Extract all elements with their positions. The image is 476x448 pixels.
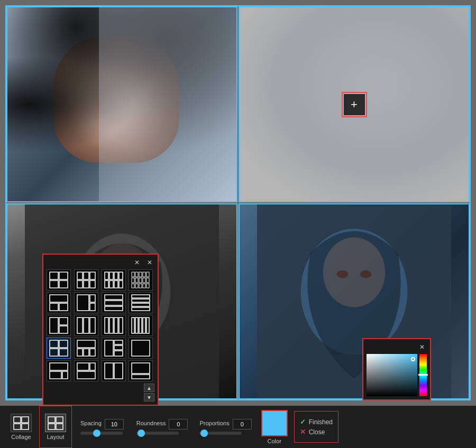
svg-rect-95 xyxy=(22,424,29,430)
layout-item-4x2[interactable] xyxy=(102,269,126,291)
svg-rect-33 xyxy=(139,278,142,283)
svg-rect-82 xyxy=(50,363,68,370)
spacing-label: Spacing xyxy=(80,420,102,426)
svg-rect-10 xyxy=(50,281,58,288)
bottom-toolbar: Collage Layout Spacing 10 Roundness 0 xyxy=(0,406,476,448)
layout-item-h1[interactable] xyxy=(47,292,71,313)
svg-rect-94 xyxy=(14,424,21,430)
layout-item-2x2-selected[interactable] xyxy=(47,338,71,359)
roundness-label: Roundness xyxy=(136,420,166,426)
proportions-value[interactable]: 0 xyxy=(233,419,252,430)
svg-rect-98 xyxy=(48,424,55,430)
layout-item-h2[interactable] xyxy=(74,292,98,313)
layout-item-v1[interactable] xyxy=(47,315,71,336)
layout-item-v4[interactable] xyxy=(129,315,153,336)
svg-rect-59 xyxy=(90,318,95,333)
layout-item-5x3[interactable] xyxy=(129,269,153,291)
svg-rect-89 xyxy=(114,363,123,379)
collage-button[interactable] xyxy=(11,414,32,432)
pin-button[interactable]: ✕ xyxy=(132,258,142,267)
spacing-control: Spacing 10 xyxy=(74,406,130,448)
layout-button[interactable] xyxy=(45,414,66,432)
cell-1[interactable] xyxy=(6,6,237,202)
finished-label: Finished xyxy=(309,418,333,426)
layout-item-mix3[interactable] xyxy=(129,338,153,359)
svg-rect-9 xyxy=(59,272,68,279)
add-photo-button[interactable]: + xyxy=(344,94,365,115)
cell-2[interactable]: + xyxy=(239,6,470,202)
proportions-slider-thumb[interactable] xyxy=(200,430,208,437)
svg-rect-47 xyxy=(105,295,123,300)
svg-rect-36 xyxy=(132,284,134,288)
svg-rect-61 xyxy=(109,318,113,333)
layout-item-r1[interactable] xyxy=(47,360,71,381)
spacing-value[interactable]: 10 xyxy=(105,419,124,430)
roundness-label-row: Roundness 0 xyxy=(136,419,188,430)
svg-rect-55 xyxy=(59,318,68,325)
color-gradient-picker[interactable] xyxy=(367,354,417,396)
svg-rect-97 xyxy=(56,417,63,423)
close-label: Close xyxy=(309,428,325,436)
spacing-slider-thumb[interactable] xyxy=(93,430,100,437)
color-picker-panel: ✕ xyxy=(362,338,431,400)
layout-item-mix1[interactable] xyxy=(74,338,98,359)
roundness-slider-thumb[interactable] xyxy=(138,430,145,437)
layout-item-v3[interactable] xyxy=(102,315,126,336)
roundness-control: Roundness 0 xyxy=(130,406,195,448)
layout-item-r3[interactable] xyxy=(102,360,126,381)
color-swatch[interactable] xyxy=(261,410,288,436)
close-layout-button[interactable]: ✕ xyxy=(145,258,154,267)
color-label: Color xyxy=(268,438,281,444)
svg-rect-27 xyxy=(135,272,138,277)
svg-rect-16 xyxy=(84,281,89,288)
layout-item-h4[interactable] xyxy=(129,292,153,313)
layout-item-mix2[interactable] xyxy=(102,338,126,359)
layout-item-r4[interactable] xyxy=(129,360,153,381)
spacing-slider-track[interactable] xyxy=(80,432,123,435)
svg-rect-99 xyxy=(56,424,63,430)
svg-rect-65 xyxy=(135,318,138,333)
close-color-picker-button[interactable]: ✕ xyxy=(417,342,427,352)
layout-item-3x2[interactable] xyxy=(74,269,98,291)
close-button[interactable]: ✕ Close xyxy=(300,428,333,436)
svg-rect-91 xyxy=(132,375,150,379)
svg-point-6 xyxy=(336,270,348,278)
svg-rect-92 xyxy=(14,417,21,423)
svg-rect-75 xyxy=(84,349,89,356)
scroll-down-arrow[interactable]: ▼ xyxy=(144,393,154,402)
svg-rect-52 xyxy=(132,303,150,306)
svg-rect-28 xyxy=(139,272,142,277)
svg-rect-96 xyxy=(48,417,55,423)
layout-options-grid xyxy=(47,269,154,381)
collage-section: Collage xyxy=(5,406,37,448)
roundness-slider-track[interactable] xyxy=(136,432,179,435)
svg-rect-21 xyxy=(119,272,123,279)
svg-rect-79 xyxy=(114,346,123,350)
roundness-value[interactable]: 0 xyxy=(169,419,188,430)
svg-rect-22 xyxy=(105,281,108,288)
svg-rect-43 xyxy=(59,303,68,311)
pin-icon: ✕ xyxy=(134,259,140,266)
layout-item-2x2[interactable] xyxy=(47,269,71,291)
proportions-slider-track[interactable] xyxy=(199,432,242,435)
svg-rect-68 xyxy=(147,318,149,333)
svg-rect-23 xyxy=(109,281,113,288)
scroll-up-arrow[interactable]: ▲ xyxy=(144,384,154,392)
cell-4[interactable] xyxy=(239,203,470,399)
svg-rect-74 xyxy=(77,349,83,356)
svg-rect-62 xyxy=(114,318,118,333)
hue-slider[interactable] xyxy=(419,354,427,396)
layout-item-h3[interactable] xyxy=(102,292,126,313)
layout-item-r2[interactable] xyxy=(74,360,98,381)
svg-rect-34 xyxy=(143,278,145,283)
hair-overlay xyxy=(7,7,236,201)
svg-rect-85 xyxy=(77,363,89,370)
layout-item-v2[interactable] xyxy=(74,315,98,336)
photo-1 xyxy=(7,7,236,201)
svg-rect-37 xyxy=(135,284,138,288)
svg-rect-30 xyxy=(147,272,149,277)
svg-rect-78 xyxy=(114,340,123,344)
svg-rect-41 xyxy=(50,295,68,302)
finished-button[interactable]: ✓ Finished xyxy=(300,418,333,426)
add-photo-container[interactable]: + xyxy=(342,92,367,117)
